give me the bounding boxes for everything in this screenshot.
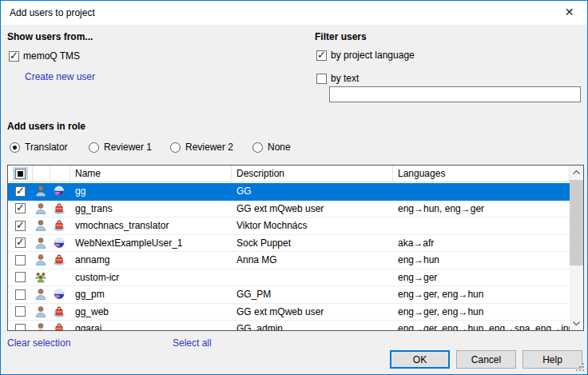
user-languages: eng→ger, eng→hun, eng→spa, eng→jpn [393, 321, 570, 330]
help-button[interactable]: Help [522, 350, 582, 369]
role-radio-row[interactable]: None [252, 142, 291, 153]
briefcase-icon [53, 202, 66, 215]
user-description: Sock Puppet [232, 235, 393, 252]
user-name: WebNextExampleUser_1 [70, 235, 232, 252]
user-row[interactable]: gg_trans GG ext mQweb user eng→hun, eng→… [8, 201, 570, 218]
row-checkbox[interactable] [15, 255, 26, 265]
user-description: GG ext mQweb user [232, 201, 393, 217]
column-header-name[interactable]: Name [70, 166, 232, 182]
web-icon [53, 185, 66, 197]
briefcase-icon [53, 305, 66, 318]
person-icon [34, 219, 47, 232]
user-row[interactable]: gg GG [8, 183, 570, 201]
user-languages: aka→afr [393, 235, 570, 252]
column-header-description[interactable]: Description [232, 166, 393, 182]
radio-icon[interactable] [89, 142, 99, 153]
role-radio-row[interactable]: Translator [10, 142, 89, 153]
by-project-language-row[interactable]: by project language [316, 50, 582, 61]
person-icon [34, 202, 47, 215]
create-new-user-link[interactable]: Create new user [25, 71, 95, 82]
role-options: Translator Reviewer 1 Reviewer 2 None [10, 142, 291, 153]
filter-users-group: Filter users by project language by text [315, 31, 582, 84]
titlebar: Add users to project ✕ [1, 1, 587, 25]
web-icon [53, 288, 66, 301]
role-label: Reviewer 2 [185, 142, 233, 153]
user-row[interactable]: custom-icr eng→ger [8, 269, 570, 287]
user-description: GG_PM [232, 286, 393, 303]
user-description: GG_admin [232, 321, 393, 330]
radio-icon[interactable] [170, 142, 181, 153]
user-row[interactable]: vmochnacs_translator Viktor Mochnács [8, 217, 570, 235]
user-languages [393, 183, 570, 200]
user-languages: eng→ger, eng→hun [393, 304, 570, 321]
user-languages: eng→hun, eng→ger [393, 201, 570, 217]
scroll-up-button[interactable] [570, 166, 583, 179]
role-radio-row[interactable]: Reviewer 2 [170, 142, 252, 153]
user-row[interactable]: annamg Anna MG eng→hun [8, 252, 570, 269]
row-checkbox[interactable] [15, 186, 26, 197]
list-header: Name Description Languages [8, 166, 570, 182]
user-name: gg_pm [70, 286, 232, 303]
user-row[interactable]: gg_pm GG_PM eng→ger, eng→hun [8, 286, 570, 304]
column-header-user-icon[interactable] [33, 166, 50, 182]
user-description: GG [232, 183, 393, 200]
user-name: gg_web [70, 304, 232, 321]
scrollbar-thumb[interactable] [570, 180, 583, 265]
column-header-type-icon[interactable] [50, 166, 70, 182]
web-icon [53, 237, 66, 249]
vertical-scrollbar[interactable] [570, 166, 583, 330]
show-users-from-group: Show users from... memoQ TMS Create new … [7, 31, 95, 82]
list-body: gg GG gg_trans GG ext mQweb user eng→hun… [8, 183, 570, 330]
user-row[interactable]: gg_web GG ext mQweb user eng→ger, eng→hu… [8, 304, 570, 321]
select-all-link[interactable]: Select all [173, 337, 212, 349]
radio-icon[interactable] [10, 142, 20, 153]
row-checkbox[interactable] [15, 324, 26, 330]
by-text-checkbox[interactable] [316, 74, 327, 84]
person-icon [34, 253, 47, 266]
add-users-dialog: Add users to project ✕ Show users from..… [0, 0, 588, 375]
header-select-checkbox-cell[interactable] [8, 166, 33, 182]
memoq-tms-checkbox-row[interactable]: memoQ TMS [9, 50, 95, 62]
person-icon [34, 185, 47, 197]
window-title: Add users to project [10, 7, 95, 18]
row-checkbox[interactable] [15, 237, 26, 248]
row-checkbox[interactable] [15, 306, 26, 317]
user-description: Viktor Mochnács [232, 217, 393, 234]
role-label: None [268, 142, 291, 153]
user-list: Name Description Languages gg GG gg_tran… [7, 165, 584, 331]
add-users-in-role-group: Add users in role Translator Reviewer 1 … [7, 121, 291, 153]
by-project-language-checkbox[interactable] [316, 50, 327, 61]
row-checkbox[interactable] [15, 272, 26, 282]
column-header-languages[interactable]: Languages [393, 166, 570, 182]
close-icon[interactable]: ✕ [551, 1, 587, 24]
user-languages [393, 217, 570, 234]
row-checkbox[interactable] [15, 221, 26, 231]
briefcase-icon [53, 322, 66, 330]
user-row[interactable]: ggarai GG_admin eng→ger, eng→hun, eng→sp… [8, 321, 570, 330]
clear-selection-link[interactable]: Clear selection [7, 337, 70, 349]
person-icon [34, 305, 47, 318]
role-label: Translator [25, 142, 68, 153]
by-text-label: by text [331, 73, 359, 84]
row-checkbox[interactable] [15, 203, 26, 213]
scroll-down-button[interactable] [570, 317, 583, 330]
user-description [232, 269, 393, 286]
user-languages: eng→hun [393, 252, 570, 269]
user-name: annamg [70, 252, 232, 269]
role-radio-row[interactable]: Reviewer 1 [89, 142, 170, 153]
row-checkbox[interactable] [15, 289, 26, 300]
user-languages: eng→ger, eng→hun [393, 286, 570, 303]
show-users-from-heading: Show users from... [7, 31, 95, 42]
memoq-tms-checkbox[interactable] [9, 51, 19, 62]
select-all-checkbox[interactable] [15, 169, 26, 179]
ok-button[interactable]: OK [390, 350, 450, 369]
filter-users-heading: Filter users [315, 31, 582, 42]
user-row[interactable]: WebNextExampleUser_1 Sock Puppet aka→afr [8, 235, 570, 253]
person-icon [34, 288, 47, 301]
user-name: vmochnacs_translator [70, 217, 232, 234]
text-filter-input[interactable] [329, 86, 581, 102]
resize-grip[interactable] [582, 369, 584, 371]
radio-icon[interactable] [252, 142, 263, 153]
by-text-row[interactable]: by text [316, 73, 582, 84]
cancel-button[interactable]: Cancel [456, 350, 516, 369]
